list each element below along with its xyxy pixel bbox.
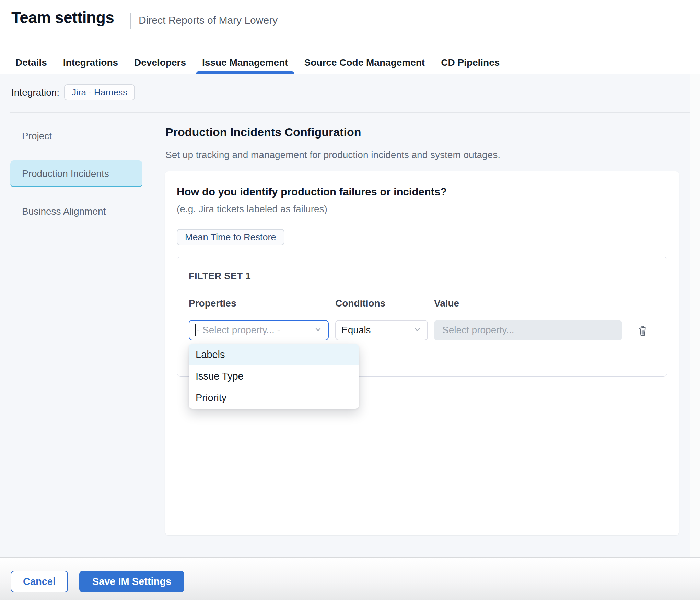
section-title: Production Incidents Configuration: [165, 125, 361, 139]
tab-developers[interactable]: Developers: [128, 52, 192, 74]
question-heading: How do you identify production failures …: [177, 186, 667, 198]
settings-sidebar: Project Production Incidents Business Al…: [10, 123, 142, 236]
tab-source-code-management[interactable]: Source Code Management: [299, 52, 431, 74]
title-separator: [130, 13, 131, 29]
text-cursor: [195, 324, 196, 336]
integration-label: Integration:: [11, 87, 59, 98]
condition-select[interactable]: Equals: [335, 320, 428, 340]
sidebar-item-business-alignment[interactable]: Business Alignment: [10, 198, 142, 225]
delete-filter-button[interactable]: [635, 322, 650, 338]
filter-set-title: FILTER SET 1: [189, 271, 655, 281]
footer-bar: Cancel Save IM Settings: [0, 557, 700, 600]
trash-icon: [637, 333, 649, 338]
dropdown-option-issue-type[interactable]: Issue Type: [189, 365, 359, 387]
filter-row: - Select property... - Labels Issue Type…: [189, 320, 655, 340]
integration-row: Integration: Jira - Harness: [11, 84, 135, 100]
question-hint: (e.g. Jira tickets labeled as failures): [177, 204, 667, 215]
property-select-placeholder: - Select property... -: [197, 325, 314, 336]
vertical-scrollbar[interactable]: [690, 74, 700, 557]
property-dropdown: Labels Issue Type Priority: [189, 344, 359, 409]
incidents-config-card: How do you identify production failures …: [165, 171, 679, 535]
filter-set-1: FILTER SET 1 Properties Conditions Value…: [177, 257, 667, 377]
tab-issue-management[interactable]: Issue Management: [196, 52, 294, 74]
section-subtitle: Set up tracking and management for produ…: [165, 149, 500, 160]
property-select[interactable]: - Select property... - Labels Issue Type…: [189, 320, 329, 340]
filter-column-headers: Properties Conditions Value: [189, 298, 655, 309]
sidebar-divider: [154, 113, 154, 546]
chevron-down-icon: [314, 325, 323, 335]
tab-bar: Details Integrations Developers Issue Ma…: [10, 52, 510, 74]
cancel-button[interactable]: Cancel: [11, 571, 68, 592]
mean-time-to-restore-chip[interactable]: Mean Time to Restore: [177, 229, 284, 245]
page-subtitle: Direct Reports of Mary Lowery: [139, 14, 278, 26]
properties-column-label: Properties: [189, 298, 335, 309]
tab-details[interactable]: Details: [10, 52, 53, 74]
horizontal-divider: [10, 112, 690, 113]
tab-integrations[interactable]: Integrations: [57, 52, 124, 74]
integration-chip[interactable]: Jira - Harness: [64, 84, 135, 100]
page-header: Team settings Direct Reports of Mary Low…: [0, 0, 700, 74]
conditions-column-label: Conditions: [335, 298, 434, 309]
save-im-settings-button[interactable]: Save IM Settings: [79, 571, 184, 592]
team-settings-page: Team settings Direct Reports of Mary Low…: [0, 0, 700, 600]
sidebar-item-production-incidents[interactable]: Production Incidents: [10, 160, 142, 187]
settings-body: Integration: Jira - Harness Project Prod…: [0, 74, 700, 557]
tab-cd-pipelines[interactable]: CD Pipelines: [435, 52, 505, 74]
dropdown-option-labels[interactable]: Labels: [189, 344, 359, 365]
dropdown-option-priority[interactable]: Priority: [189, 387, 359, 409]
sidebar-item-project[interactable]: Project: [10, 123, 142, 149]
condition-select-value: Equals: [341, 325, 413, 336]
chevron-down-icon: [413, 325, 422, 335]
value-input[interactable]: [434, 320, 622, 340]
page-title: Team settings: [11, 8, 114, 27]
value-column-label: Value: [434, 298, 655, 309]
